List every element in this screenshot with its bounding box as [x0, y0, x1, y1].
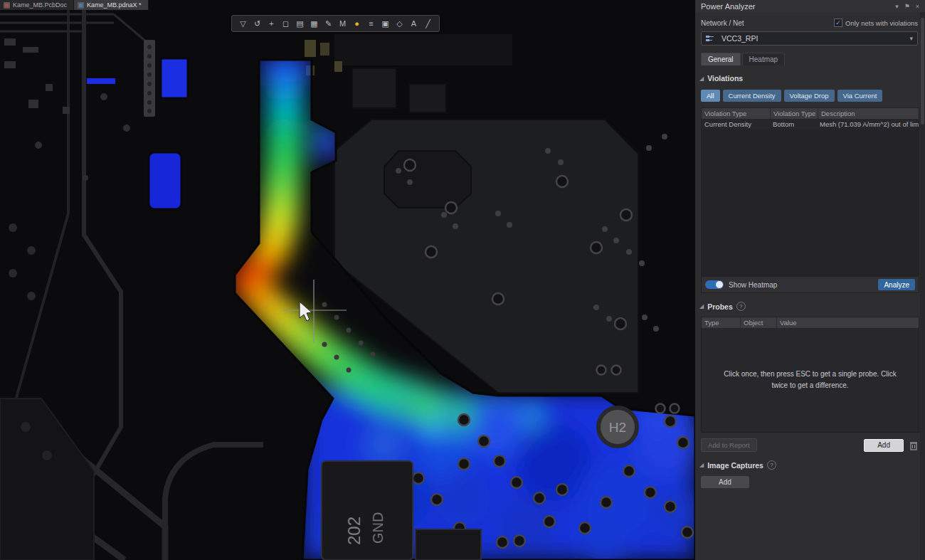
panel-tab-bar: General Heatmap: [701, 53, 925, 65]
bar-chart-icon[interactable]: ▤: [295, 16, 305, 31]
violation-filter-buttons: All Current Density Voltage Drop Via Cur…: [701, 90, 925, 102]
probe-pen-icon[interactable]: ✎: [323, 16, 334, 31]
violations-table-header: Violation Type Violation Type Descriptio…: [702, 108, 919, 119]
violations-table: Violation Type Violation Type Descriptio…: [701, 107, 919, 276]
network-net-label: Network / Net: [701, 19, 744, 27]
filter-current-density-button[interactable]: Current Density: [723, 90, 781, 102]
tab-heatmap-label: Heatmap: [749, 56, 778, 63]
net-icon: [706, 35, 717, 42]
show-heatmap-label: Show Heatmap: [729, 281, 878, 289]
tab-heatmap[interactable]: Heatmap: [742, 53, 786, 65]
help-icon[interactable]: ?: [736, 302, 746, 311]
probes-section-label: Probes: [707, 302, 733, 311]
image-captures-section-label: Image Captures: [707, 461, 763, 470]
tab-pdnax[interactable]: Kame_MB.pdnaX *: [74, 0, 149, 10]
col-violation-type-2[interactable]: Violation Type: [771, 108, 818, 119]
capture-icon[interactable]: ▣: [380, 16, 391, 31]
violations-section-label: Violations: [707, 74, 743, 83]
filter-icon[interactable]: ▽: [238, 16, 248, 31]
pcbdoc-icon: [4, 2, 10, 9]
only-violations-label: Only nets with violations: [845, 19, 918, 27]
tab-pdnax-label: Kame_MB.pdnaX *: [87, 1, 142, 9]
layers-icon[interactable]: ≡: [366, 16, 376, 31]
violation-type-cell: Current Density: [702, 120, 770, 128]
highlight-bulb-icon[interactable]: ●: [352, 16, 362, 31]
tab-general-label: General: [708, 56, 734, 63]
filter-all-button[interactable]: All: [701, 90, 720, 102]
violations-footer: Show Heatmap Analyze: [701, 276, 919, 293]
power-analyzer-panel: Power Analyzer ▾ ⚑ × Network / Net ✓ Onl…: [695, 0, 925, 560]
document-tab-bar: Kame_MB.PcbDoc Kame_MB.pdnaX *: [0, 0, 149, 10]
probes-buttons-row: Add to Report Add: [701, 438, 918, 452]
text-icon[interactable]: A: [408, 16, 419, 31]
polygon-icon[interactable]: ◇: [394, 16, 405, 31]
col-object[interactable]: Object: [741, 317, 777, 328]
violation-layer-cell: Bottom: [770, 120, 817, 128]
violations-list-empty-area[interactable]: [702, 130, 919, 276]
col-type[interactable]: Type: [702, 317, 741, 328]
component-ref-label: 202: [344, 517, 364, 545]
add-to-report-button[interactable]: Add to Report: [701, 438, 757, 452]
line-icon[interactable]: ╱: [423, 16, 433, 31]
h2-label: H2: [609, 420, 626, 435]
panel-title: Power Analyzer: [701, 2, 755, 11]
filter-voltage-drop-button[interactable]: Voltage Drop: [784, 90, 835, 102]
tab-pcbdoc[interactable]: Kame_MB.PcbDoc: [0, 0, 74, 10]
filter-via-current-button[interactable]: Via Current: [837, 90, 883, 102]
violation-row[interactable]: Current Density Bottom Mesh (71.039 A/mm…: [702, 119, 919, 130]
floating-toolbar: ▽ ↺ + ◻ ▤ ▦ ✎ M ● ≡ ▣ ◇ A ╱: [231, 15, 440, 32]
collapse-icon[interactable]: ◢: [699, 75, 704, 82]
collapse-icon[interactable]: ◢: [699, 462, 704, 468]
chevron-down-icon: ▾: [909, 35, 913, 42]
checkbox-check-icon[interactable]: ✓: [834, 19, 842, 27]
col-violation-type[interactable]: Violation Type: [702, 108, 771, 119]
col-description[interactable]: Description: [818, 108, 919, 119]
move-icon[interactable]: +: [266, 16, 277, 31]
probes-section-header[interactable]: ◢ Probes ?: [699, 302, 925, 311]
pdnax-icon: [78, 2, 84, 9]
tab-general[interactable]: General: [701, 53, 741, 65]
pin-icon[interactable]: ⚑: [904, 3, 910, 10]
component-net-label: GND: [370, 512, 386, 544]
probes-table: Type Object Value: [701, 317, 919, 328]
panel-menu-chevron-icon[interactable]: ▾: [895, 3, 899, 10]
application-window: 202 GND H2 Kame_MB.PcbDoc: [0, 0, 925, 560]
collapse-icon[interactable]: ◢: [699, 303, 704, 310]
lasso-icon[interactable]: ↺: [252, 16, 263, 31]
help-icon[interactable]: ?: [767, 460, 776, 470]
mesh-icon[interactable]: ▦: [309, 16, 319, 31]
network-net-row: Network / Net ✓ Only nets with violation…: [695, 19, 925, 27]
show-heatmap-toggle[interactable]: [705, 280, 724, 289]
image-captures-section-header[interactable]: ◢ Image Captures ?: [699, 460, 925, 470]
marquee-icon[interactable]: ◻: [280, 16, 291, 31]
probes-table-header: Type Object Value: [702, 317, 919, 328]
analyze-button[interactable]: Analyze: [878, 279, 915, 290]
add-capture-button[interactable]: Add: [701, 476, 749, 488]
probes-empty-state[interactable]: Click once, then press ESC to get a sing…: [701, 328, 919, 433]
scrollbar-thumb[interactable]: [921, 18, 924, 125]
violation-description-cell: Mesh (71.039 A/mm^2) out of limit: [817, 120, 919, 128]
col-value[interactable]: Value: [777, 317, 919, 328]
tab-pcbdoc-label: Kame_MB.PcbDoc: [13, 1, 67, 9]
only-violations-checkbox[interactable]: ✓ Only nets with violations: [834, 19, 918, 27]
mounting-hole-h2: H2: [598, 408, 637, 446]
panel-scrollbar[interactable]: [920, 12, 925, 560]
violations-section-header[interactable]: ◢ Violations: [699, 74, 925, 83]
probes-empty-text: Click once, then press ESC to get a sing…: [720, 369, 900, 391]
net-dropdown-value: VCC3_RPI: [722, 34, 905, 43]
measure-icon[interactable]: M: [337, 16, 348, 31]
pcb-canvas[interactable]: 202 GND H2 Kame_MB.PcbDoc: [0, 0, 695, 560]
trash-icon: [909, 440, 918, 450]
pcb-render: 202 GND H2: [0, 0, 695, 560]
panel-title-bar: Power Analyzer ▾ ⚑ ×: [695, 0, 925, 12]
close-icon[interactable]: ×: [916, 3, 919, 10]
delete-probe-button[interactable]: [909, 440, 918, 450]
add-probe-button[interactable]: Add: [864, 439, 904, 452]
net-dropdown[interactable]: VCC3_RPI ▾: [701, 31, 918, 46]
